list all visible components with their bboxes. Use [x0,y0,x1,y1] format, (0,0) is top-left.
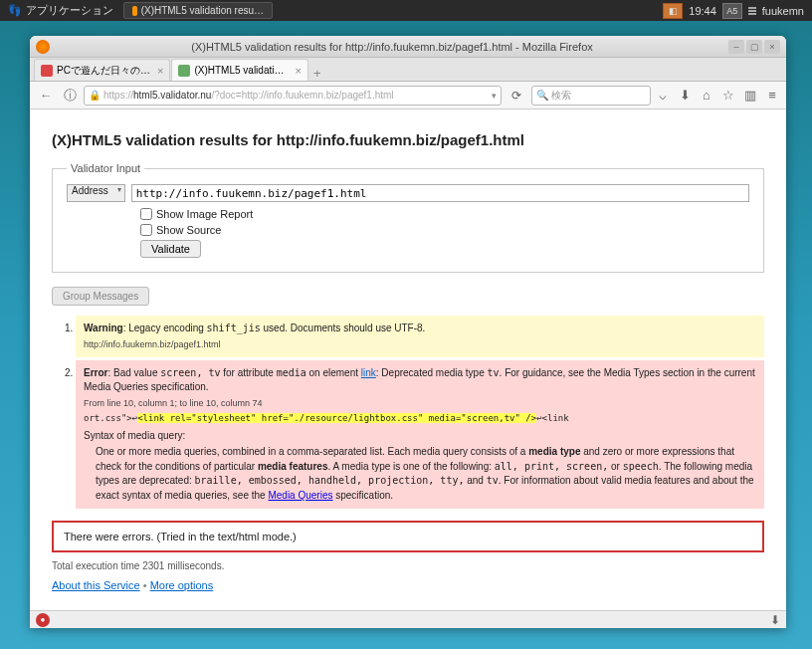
syntax-explanation: One or more media queries, combined in a… [84,445,756,503]
message-text: Error: Bad value screen, tv for attribut… [84,366,756,395]
more-options-link[interactable]: More options [150,579,214,591]
library-icon[interactable]: ▥ [742,88,758,103]
tab-2-active[interactable]: (X)HTML5 validation re… × [171,59,307,81]
search-placeholder: 検索 [551,89,571,103]
download-status-icon[interactable]: ⬇ [770,613,780,627]
identity-icon[interactable]: ⓘ [60,86,80,106]
clock[interactable]: 19:44 [689,5,716,17]
validate-button[interactable]: Validate [140,240,201,258]
address-input[interactable] [131,184,749,202]
footer-links: About this Service • More options [52,579,764,591]
checkbox-label: Show Source [156,224,221,236]
about-service-link[interactable]: About this Service [52,579,140,591]
show-source-checkbox[interactable]: Show Source [140,224,749,236]
tab-close-icon[interactable]: × [295,65,301,77]
fieldset-legend: Validator Input [67,162,144,174]
page-content: (X)HTML5 validation results for http://i… [30,109,786,610]
msg-type: Warning [84,323,123,333]
username-label[interactable]: fuukemn [762,5,804,17]
home-icon[interactable]: ⌂ [699,88,714,103]
applications-menu[interactable]: 👣 アプリケーション [0,1,121,20]
bookmark-star-icon[interactable]: ☆ [720,88,736,103]
favicon-icon [178,65,190,77]
checkbox-label: Show Image Report [156,208,253,220]
syntax-header: Syntax of media query: [84,429,756,444]
desktop-top-panel: 👣 アプリケーション (X)HTML5 validation resu… ◧ 1… [0,0,812,21]
separator: • [140,579,150,591]
search-bar[interactable]: 🔍 検索 [531,86,651,106]
dropdown-icon[interactable]: ▾ [492,91,497,101]
input-type-select[interactable]: Address [67,184,125,202]
menu-icon[interactable]: ≡ [764,88,780,103]
checkbox[interactable] [140,208,152,220]
messages-list: Warning: Legacy encoding shift_jis used.… [52,316,764,509]
taskbar-item-firefox[interactable]: (X)HTML5 validation resu… [123,2,273,19]
message-source: http://info.fuukemn.biz/pagef1.html [84,338,756,351]
back-button[interactable]: ← [36,86,56,106]
message-error: Error: Bad value screen, tv for attribut… [76,360,764,510]
link-element-link[interactable]: link [361,367,376,378]
validator-input-fieldset: Validator Input Address Show Image Repor… [52,162,764,273]
firefox-icon [132,6,137,16]
window-title: (X)HTML5 validation results for http://i… [56,41,728,53]
tray-indicator[interactable]: ◧ [663,3,683,19]
network-icon[interactable] [748,7,756,15]
code-snippet: ort.css">↩<link rel="stylesheet" href=".… [84,412,756,425]
applications-label: アプリケーション [26,3,113,18]
maximize-button[interactable]: ▢ [746,40,762,54]
toolbar-actions: ⌵ ⬇ ⌂ ☆ ▥ ≡ [655,88,780,103]
gnome-foot-icon: 👣 [8,4,22,17]
group-messages-button[interactable]: Group Messages [52,287,149,306]
tab-strip: PCで遊んだ日々の備忘録 × (X)HTML5 validation re… ×… [30,58,786,82]
tab-close-icon[interactable]: × [157,65,163,77]
error-summary: There were errors. (Tried in the text/ht… [52,521,764,552]
status-bar: ● ⬇ [30,610,786,628]
execution-time: Total execution time 2301 milliseconds. [52,560,764,571]
reload-button[interactable]: ⟳ [506,89,527,103]
message-location: From line 10, column 1; to line 10, colu… [84,397,756,410]
firefox-window: (X)HTML5 validation results for http://i… [30,36,786,628]
window-titlebar[interactable]: (X)HTML5 validation results for http://i… [30,36,786,58]
show-image-checkbox[interactable]: Show Image Report [140,208,749,220]
tab-label: (X)HTML5 validation re… [194,65,289,76]
url-path: /?doc=http://info.fuukemn.biz/pagef1.htm… [211,90,393,101]
highlighted-code: <link rel="stylesheet" href="./resource/… [137,413,536,423]
page-heading: (X)HTML5 validation results for http://i… [52,131,764,148]
url-bar[interactable]: 🔒 https://html5.validator.nu/?doc=http:/… [84,86,502,106]
close-button[interactable]: × [764,40,780,54]
url-prefix: https:// [103,90,133,101]
window-controls: – ▢ × [728,40,780,54]
panel-left: 👣 アプリケーション (X)HTML5 validation resu… [0,1,273,20]
lock-icon: 🔒 [89,90,101,101]
nav-toolbar: ← ⓘ 🔒 https://html5.validator.nu/?doc=ht… [30,82,786,109]
taskbar-label: (X)HTML5 validation resu… [141,5,264,16]
msg-type: Error [84,367,107,378]
message-warning: Warning: Legacy encoding shift_jis used.… [76,316,764,357]
keyboard-indicator[interactable]: A5 [722,3,742,19]
address-row: Address [67,184,749,202]
new-tab-button[interactable]: + [309,66,325,81]
panel-right: ◧ 19:44 A5 fuukemn [663,3,812,19]
media-queries-link[interactable]: Media Queries [268,490,332,501]
search-icon: 🔍 [536,90,548,101]
minimize-button[interactable]: – [728,40,744,54]
pocket-icon[interactable]: ⌵ [655,88,671,103]
tab-label: PCで遊んだ日々の備忘録 [57,64,151,78]
tab-1[interactable]: PCで遊んだ日々の備忘録 × [34,59,170,81]
url-domain: html5.validator.nu [133,90,211,101]
adblock-icon[interactable]: ● [36,613,50,627]
download-icon[interactable]: ⬇ [677,88,693,103]
message-text: Warning: Legacy encoding shift_jis used.… [84,322,756,336]
favicon-icon [41,65,53,77]
checkbox[interactable] [140,224,152,236]
firefox-icon [36,40,50,54]
